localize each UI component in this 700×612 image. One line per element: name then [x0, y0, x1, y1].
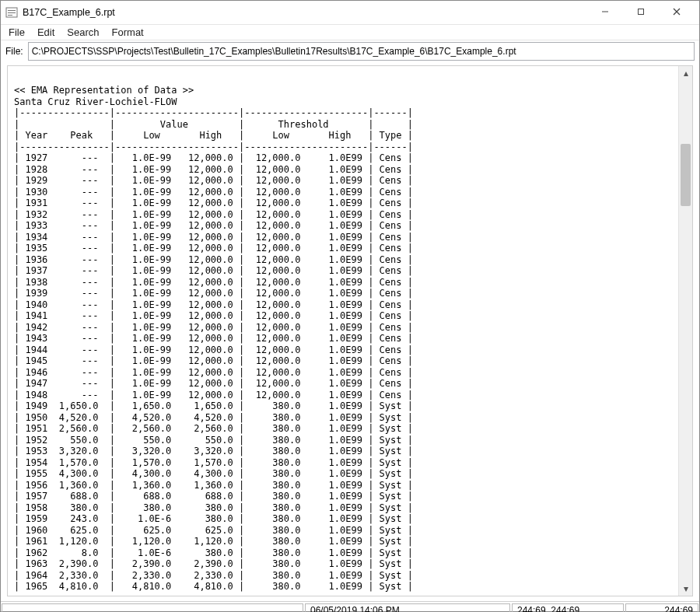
app-icon: [5, 6, 18, 19]
file-label: File:: [5, 46, 23, 57]
minimize-icon: [601, 7, 609, 18]
svg-rect-1: [8, 10, 16, 11]
svg-rect-3: [8, 15, 12, 16]
svg-rect-2: [8, 12, 16, 13]
status-left: [2, 603, 303, 613]
file-row: File:: [1, 40, 699, 65]
editor-frame: << EMA Representation of Data >> Santa C…: [7, 65, 693, 596]
status-date: 06/05/2019 14:06 PM: [305, 603, 510, 613]
app-window: B17C_Example_6.rpt File Edit Search Form…: [0, 0, 700, 612]
vertical-scrollbar[interactable]: ▴ ▾: [678, 66, 692, 596]
maximize-icon: [637, 7, 645, 18]
close-icon: [673, 7, 681, 18]
svg-rect-5: [639, 9, 644, 15]
maximize-button[interactable]: [623, 1, 659, 24]
editor-viewport[interactable]: << EMA Representation of Data >> Santa C…: [8, 66, 678, 596]
menu-bar: File Edit Search Format: [1, 25, 699, 40]
status-range: 244:69..244:69: [512, 603, 624, 613]
status-bar: 06/05/2019 14:06 PM 244:69..244:69 244:6…: [1, 601, 699, 613]
status-pos: 244:69: [625, 603, 698, 613]
menu-edit[interactable]: Edit: [33, 25, 59, 40]
window-title: B17C_Example_6.rpt: [23, 7, 115, 18]
menu-format[interactable]: Format: [107, 25, 149, 40]
scroll-thumb[interactable]: [681, 144, 691, 206]
menu-search[interactable]: Search: [62, 25, 103, 40]
scroll-up-icon[interactable]: ▴: [679, 66, 692, 79]
minimize-button[interactable]: [587, 1, 623, 24]
close-button[interactable]: [659, 1, 695, 24]
title-bar: B17C_Example_6.rpt: [1, 1, 699, 25]
scroll-down-icon[interactable]: ▾: [679, 582, 692, 596]
menu-file[interactable]: File: [4, 25, 30, 40]
file-path-input[interactable]: [28, 42, 695, 61]
report-text[interactable]: << EMA Representation of Data >> Santa C…: [14, 85, 672, 593]
